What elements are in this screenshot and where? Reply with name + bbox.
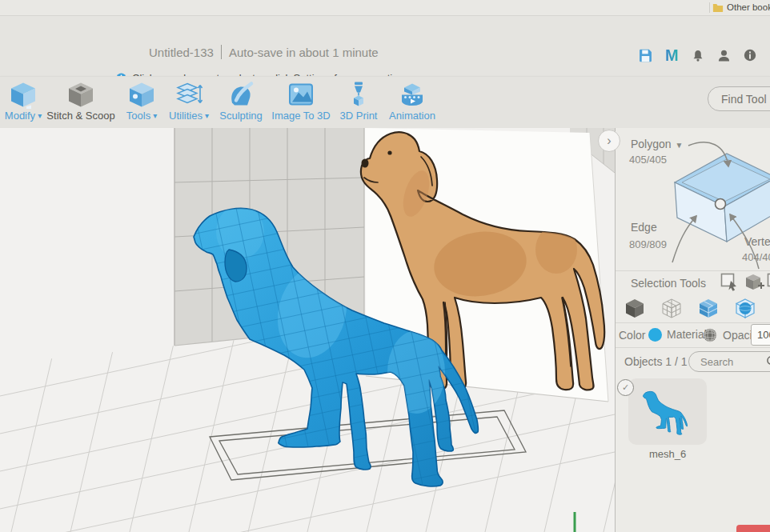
mymini-logo-icon[interactable]: M (665, 48, 679, 62)
selection-tools-title: Selection Tools (631, 277, 706, 290)
opacity-input[interactable]: 100 (751, 324, 770, 346)
app-window: Other bookmarks Untitled-133 Auto-save i… (0, 0, 770, 532)
document-title-row: Untitled-133 Auto-save in about 1 minute (149, 45, 379, 59)
panel-collapse-button[interactable]: › (598, 130, 620, 152)
save-icon[interactable] (639, 49, 652, 62)
color-swatch[interactable] (648, 328, 662, 342)
main-toolbar: Modify Stitch & Scoop Tools (0, 76, 770, 129)
solid-cube-mode-icon[interactable] (624, 298, 645, 318)
toolbar-item-animation[interactable]: Animation (374, 79, 451, 122)
material-sphere-icon[interactable] (703, 328, 717, 342)
mesh-cube-mode-icon[interactable] (698, 298, 719, 318)
wireframe-cube-mode-icon[interactable] (661, 298, 682, 318)
object-search-input[interactable]: Search (688, 351, 770, 372)
header-icons: M (639, 48, 756, 62)
animation-icon (374, 79, 451, 110)
app-header: Untitled-133 Auto-save in about 1 minute… (0, 16, 770, 76)
toolbar-label: Animation (374, 110, 451, 122)
material-label: Material (667, 328, 707, 341)
browser-bookmark-bar: Other bookmarks (0, 0, 770, 16)
search-icon (766, 355, 770, 368)
document-title[interactable]: Untitled-133 (149, 46, 214, 59)
folder-icon (712, 2, 724, 12)
add-cube-select-icon[interactable] (744, 272, 765, 293)
object-card-mesh-6[interactable] (628, 378, 707, 445)
chevron-right-icon: › (607, 134, 611, 148)
rectangle-select-icon[interactable] (720, 273, 740, 292)
color-label: Color (619, 329, 645, 342)
title-divider (221, 45, 222, 59)
find-tool-placeholder: Find Tool (721, 93, 767, 106)
autosave-status: Auto-save in about 1 minute (229, 46, 379, 59)
viewport-3d-scene[interactable] (0, 128, 615, 532)
panel-divider (616, 270, 770, 271)
panel-divider (616, 347, 770, 348)
viewport-3d[interactable]: Y Z X (0, 128, 615, 532)
edge-mode-label[interactable]: Edge (631, 221, 657, 234)
opacity-value: 100 (757, 329, 770, 341)
panel-divider (616, 322, 770, 323)
search-placeholder: Search (700, 356, 761, 368)
objects-header: Objects 1 / 1 (624, 355, 688, 368)
find-tool-input[interactable]: Find Tool (708, 86, 770, 111)
object-name: mesh_6 (628, 448, 707, 460)
notifications-bell-icon[interactable] (692, 49, 704, 62)
edge-count: 809/809 (629, 238, 667, 250)
bottom-right-red-button[interactable] (736, 525, 770, 532)
account-icon[interactable] (717, 49, 731, 62)
polygon-count: 405/405 (629, 154, 667, 166)
sphere-cube-mode-icon[interactable] (735, 298, 756, 318)
other-bookmarks-button[interactable]: Other bookmarks (727, 2, 770, 12)
info-icon[interactable] (744, 49, 756, 62)
bookmark-bar-divider (709, 2, 710, 13)
object-selected-check-icon[interactable] (617, 379, 634, 396)
object-thumbnail (632, 382, 704, 442)
topology-box-illustration (664, 136, 770, 270)
lasso-select-icon[interactable] (767, 273, 770, 292)
